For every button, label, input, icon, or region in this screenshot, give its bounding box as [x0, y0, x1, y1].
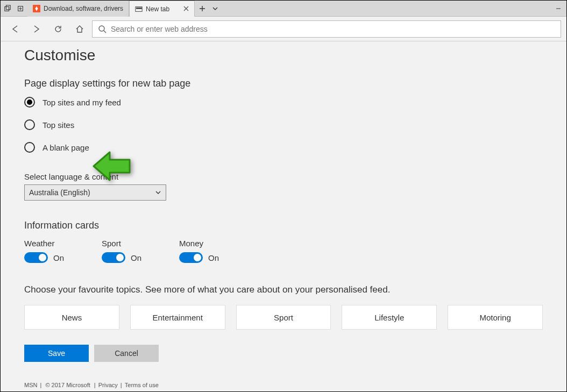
toggle-state: On	[208, 253, 219, 262]
radio-icon	[24, 142, 35, 153]
svg-rect-5	[137, 8, 138, 9]
save-button[interactable]: Save	[24, 345, 89, 362]
chevron-down-icon	[155, 189, 161, 196]
tab-label: Download, software, drivers	[44, 5, 123, 12]
radio-label: A blank page	[42, 143, 89, 152]
display-settings-heading: Page display settings for new tab page	[24, 78, 543, 89]
tab-group-icon[interactable]	[4, 5, 11, 12]
tab-new-tab[interactable]: New tab	[129, 1, 195, 17]
forward-button[interactable]	[27, 20, 46, 38]
radio-icon	[24, 97, 35, 108]
radio-blank-page[interactable]: A blank page	[24, 142, 543, 153]
svg-rect-1	[6, 5, 10, 9]
topic-motoring[interactable]: Motoring	[448, 305, 543, 330]
toggle-state: On	[131, 253, 141, 262]
toggle-sport[interactable]	[102, 252, 125, 263]
footer-terms-link[interactable]: Terms of use	[125, 382, 159, 388]
window-system-icons	[1, 1, 27, 16]
tab-label: New tab	[146, 5, 169, 13]
back-button[interactable]	[6, 20, 24, 38]
svg-rect-7	[140, 8, 142, 9]
search-icon	[98, 25, 107, 33]
info-cards-heading: Information cards	[24, 220, 543, 231]
minimize-button[interactable]	[550, 1, 566, 16]
language-select-value: Australia (English)	[29, 188, 90, 197]
page-content: Customise Page display settings for new …	[1, 41, 566, 391]
toggle-state: On	[53, 253, 64, 262]
button-row: Save Cancel	[24, 345, 543, 362]
topic-sport[interactable]: Sport	[236, 305, 331, 330]
titlebar: Download, software, drivers New tab	[1, 1, 566, 17]
topics-description: Choose your favourite topics. See more o…	[24, 284, 543, 295]
address-bar[interactable]	[92, 20, 561, 38]
card-money: Money On	[179, 239, 219, 263]
close-tab-icon[interactable]	[183, 5, 189, 13]
card-sport: Sport On	[102, 239, 141, 263]
footer-privacy-link[interactable]: Privacy	[98, 382, 118, 388]
info-cards-row: Weather On Sport On Money On	[24, 239, 543, 263]
favicon-brave-icon	[33, 5, 40, 12]
refresh-button[interactable]	[49, 20, 67, 38]
favicon-newtab-icon	[135, 5, 143, 13]
page-title: Customise	[24, 47, 543, 64]
radio-top-sites-feed[interactable]: Top sites and my feed	[24, 97, 543, 108]
card-title: Weather	[24, 239, 64, 248]
radio-label: Top sites	[42, 120, 74, 130]
radio-label: Top sites and my feed	[42, 98, 121, 107]
window-controls	[550, 1, 566, 16]
footer-msn-link[interactable]: MSN	[24, 382, 37, 388]
set-aside-icon[interactable]	[17, 5, 24, 12]
browser-toolbar	[1, 17, 566, 41]
toggle-money[interactable]	[179, 252, 203, 263]
chevron-down-icon[interactable]	[212, 5, 218, 12]
address-input[interactable]	[111, 25, 555, 33]
home-button[interactable]	[70, 20, 89, 38]
radio-top-sites[interactable]: Top sites	[24, 119, 543, 130]
new-tab-icon[interactable]	[199, 5, 205, 12]
footer-copyright: © 2017 Microsoft	[45, 382, 90, 388]
radio-icon	[24, 119, 35, 130]
footer: MSN | © 2017 Microsoft | Privacy | Terms…	[24, 382, 159, 388]
tab-download-software[interactable]: Download, software, drivers	[27, 1, 129, 17]
svg-point-8	[99, 26, 104, 31]
card-title: Money	[179, 239, 219, 248]
toggle-weather[interactable]	[24, 252, 48, 263]
language-label: Select language & content	[24, 172, 543, 181]
tab-actions	[195, 1, 223, 16]
card-title: Sport	[102, 239, 141, 248]
topics-row: News Entertainment Sport Lifestyle Motor…	[24, 305, 543, 330]
cancel-button[interactable]: Cancel	[94, 345, 159, 362]
card-weather: Weather On	[24, 239, 64, 263]
svg-rect-0	[5, 6, 9, 11]
language-select[interactable]: Australia (English)	[24, 184, 166, 201]
svg-rect-6	[138, 8, 140, 9]
topic-lifestyle[interactable]: Lifestyle	[342, 305, 437, 330]
topic-news[interactable]: News	[24, 305, 119, 330]
topic-entertainment[interactable]: Entertainment	[130, 305, 225, 330]
